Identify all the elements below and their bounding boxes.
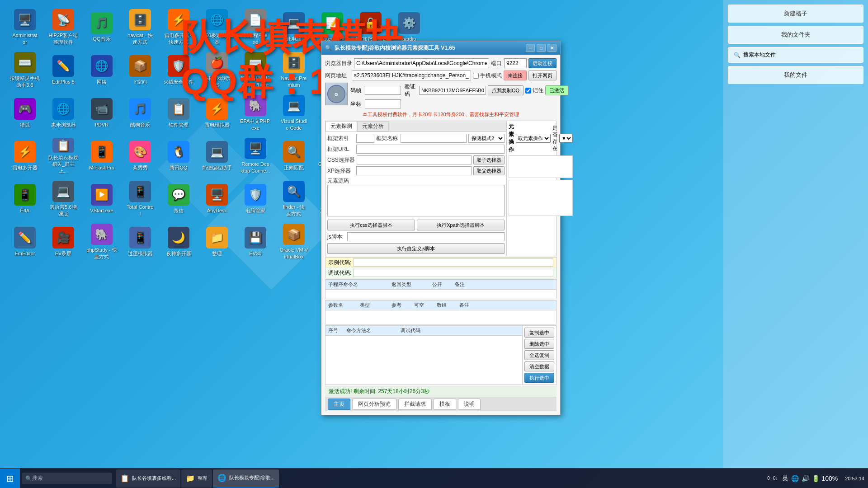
css-selector-input[interactable] [357, 155, 472, 164]
desktop-icon-organize[interactable]: 📁 整理 [199, 221, 235, 262]
open-browser-button[interactable]: 打开网页 [528, 70, 557, 80]
desktop-icon-aiyouxi[interactable]: 🎮 猎弧 [7, 93, 43, 133]
desktop-icon-duizhang[interactable]: 📋 队长填表模块相关_群主上... [45, 136, 81, 176]
copy-qq-button[interactable]: 点我复制QQ [488, 85, 524, 95]
url-input[interactable] [352, 70, 471, 80]
new-folder-button[interactable]: 新建格子 [728, 5, 863, 23]
minimize-button[interactable]: ─ [526, 44, 535, 52]
tab-docs[interactable]: 说明 [458, 399, 481, 410]
frame-index-input[interactable] [356, 134, 374, 143]
example-input[interactable] [353, 258, 553, 267]
desktop-icon-editplus[interactable]: ✏️ EditPlus 5 [45, 50, 81, 90]
desktop-icon-applegame[interactable]: 🍎 苹果游戏浏览器 [199, 50, 235, 90]
xpath-selector-input[interactable] [356, 166, 472, 175]
desktop-icon-oraclevm[interactable]: 📦 Oracle VM VirtualBox [276, 221, 312, 262]
tab-intercept[interactable]: 拦截请求 [398, 399, 432, 410]
desktop-icon-jiaoxiuxiu[interactable]: 🎨 蕉秀秀 [122, 136, 158, 176]
connect-button[interactable]: 启动连接 [528, 58, 557, 68]
desktop-icon-keyboard[interactable]: ⌨️ 按键精灵手机助手3.6 [7, 50, 43, 90]
desktop-icon-weixin2[interactable]: 💬 微信 [160, 178, 197, 219]
maximize-button[interactable]: □ [537, 44, 546, 52]
desktop-icon-huimi[interactable]: 🌐 惠米浏览器 [45, 93, 81, 133]
remember-checkbox[interactable] [525, 88, 531, 94]
desktop-icon-leidian-multi[interactable]: ⚡ 雷电多开器 [7, 136, 43, 176]
start-button[interactable]: ⊞ [0, 469, 20, 488]
desktop-icon-huorong[interactable]: 🛡️ 火绒安全软件 [160, 50, 197, 90]
execute-button[interactable]: 执行选中 [524, 373, 554, 383]
desktop-icon-vscode[interactable]: 💻 Visual Studio Code [276, 93, 312, 133]
operation-select[interactable]: 取元素操作 [516, 134, 551, 143]
exec-xpath-button[interactable]: 执行Xpath选择器脚本 [417, 220, 505, 230]
tab-web-analysis[interactable]: 网页分析预览 [352, 399, 396, 410]
desktop-icon-administrator[interactable]: 🖥️ Administrator [7, 7, 43, 47]
take-child-button[interactable]: 取子选择器 [473, 155, 505, 164]
desktop-icon-epa[interactable]: 🐘 EPA中文PHP.exe [237, 93, 274, 133]
desktop-icon-mypc[interactable]: 💻 此电脑 [276, 7, 312, 47]
desktop-icon-navicatpremium[interactable]: 🗄️ Navicat Premium [276, 50, 312, 90]
exec-css-button[interactable]: 执行css选择器脚本 [327, 220, 415, 230]
copy-all-button[interactable]: 全选复制 [524, 350, 554, 360]
verify-input[interactable] [419, 86, 486, 95]
coord-input[interactable] [365, 99, 401, 108]
desktop-icon-pdvr[interactable]: 📹 PDVR [84, 93, 120, 133]
done-button[interactable]: 已激活 [545, 85, 568, 95]
desktop-icon-leidian-sim[interactable]: ⚡ 雷电模拟器 [199, 93, 235, 133]
desktop-icon-remotedesktop[interactable]: 🖥️ Remote Desktop Conne... [237, 136, 274, 176]
detect-mode-select[interactable]: 探测模式2 [468, 134, 505, 143]
desktop-icon-newapp[interactable]: 📄 新建程序.exe [237, 7, 274, 47]
exec-custom-js-button[interactable]: 执行自定义js脚本 [327, 243, 505, 254]
phone-mode-checkbox[interactable] [473, 73, 479, 79]
frame-url-input[interactable] [356, 145, 505, 154]
desktop-icon-emeditor[interactable]: ✏️ EmEditor [7, 221, 43, 262]
taskbar-item-3[interactable]: 🌐 队长模块专配]谷歌... [213, 469, 279, 488]
close-button[interactable]: ✕ [547, 44, 557, 52]
ime-indicator[interactable]: 英 [782, 474, 788, 483]
desktop-icon-totalcontrol[interactable]: 📱 Total Control [122, 178, 158, 219]
taskbar-clock[interactable]: 20:53:14 [841, 476, 868, 481]
desktop-icon-evrecorder[interactable]: 🎥 EV录屏 [45, 221, 81, 262]
desktop-icon-qqmobile[interactable]: 🐧 腾讯QQ [160, 136, 197, 176]
copy-selected-button[interactable]: 复制选中 [524, 328, 554, 338]
code-input[interactable] [365, 86, 401, 95]
port-input[interactable] [504, 58, 527, 68]
network-icon[interactable]: 🌐 [791, 475, 799, 482]
desktop-icon-miflash[interactable]: 📱 MiFlashPro [84, 136, 120, 176]
my-folder-button[interactable]: 我的文件夹 [728, 26, 863, 44]
desktop-icon-phpstudy[interactable]: 🐘 phpStudy - 快速方式 [84, 221, 120, 262]
js-input[interactable] [347, 232, 505, 241]
search-local-bar[interactable]: 🔍 搜索本地文件 [728, 47, 863, 63]
desktop-icon-finder[interactable]: 🔍 finder - 快速方式 [276, 178, 312, 219]
take-parent-button[interactable]: 取父选择器 [473, 166, 505, 175]
desktop-icon-ev30[interactable]: 💾 EV30 [237, 221, 274, 262]
desktop-icon-navicat[interactable]: 🗄️ navicat - 快速方式 [122, 7, 158, 47]
is-exist-select[interactable]: ▼ [559, 134, 573, 143]
desktop-icon-yeshen-multi[interactable]: 🌙 夜神多开器 [160, 221, 197, 262]
my-files-button[interactable]: 我的文件 [728, 66, 863, 84]
taskbar-search[interactable]: 🔍 搜索 [22, 473, 112, 484]
volume-icon[interactable]: 🔊 [802, 475, 809, 482]
tab-element-probe[interactable]: 元素探测 [326, 121, 357, 131]
desktop-icon-yspace[interactable]: 📦 Y空间 [122, 50, 158, 90]
desktop-icon-anydesk[interactable]: 🖥️ AnyDesk [199, 178, 235, 219]
desktop-icon-network[interactable]: 🌐 网络 [84, 50, 120, 90]
desktop-icon-keyboard2[interactable]: ⌨️ 按键精灵手机助手3.3.exe [237, 50, 274, 90]
desktop-icon-regex[interactable]: 🔍 正则匹配 [276, 136, 312, 176]
desktop-icon-360speed[interactable]: 🌐 360极速浏览器 [199, 7, 235, 47]
desktop-icon-hip2p[interactable]: 📡 HIP2P客户端整理软件 [45, 7, 81, 47]
tab-element-analysis[interactable]: 元素分析 [357, 121, 389, 131]
desktop-icon-kugou[interactable]: 🎵 酷狗音乐 [122, 93, 158, 133]
desktop-icon-vstart[interactable]: ▶️ VStart.exe [84, 178, 120, 219]
delete-selected-button[interactable]: 删除选中 [524, 339, 554, 349]
desktop-icon-qqmusic[interactable]: 🎵 QQ音乐 [84, 7, 120, 47]
browser-dir-input[interactable] [354, 58, 489, 68]
desktop-icon-biyuyan[interactable]: 💻 碧语言5.6增强版 [45, 178, 81, 219]
element-source-textarea[interactable] [327, 185, 505, 216]
disconnect-button[interactable]: 未连接 [504, 70, 527, 80]
desktop-icon-guoduo2[interactable]: 📱 过逻模拟器 [122, 221, 158, 262]
debug-input[interactable] [353, 269, 553, 277]
tab-template[interactable]: 模板 [434, 399, 456, 410]
taskbar-item-2[interactable]: 📁 整理 [181, 469, 212, 488]
frame-name-input[interactable] [401, 134, 467, 143]
tab-main[interactable]: 主页 [328, 399, 350, 410]
clear-data-button[interactable]: 清空数据 [524, 361, 554, 371]
